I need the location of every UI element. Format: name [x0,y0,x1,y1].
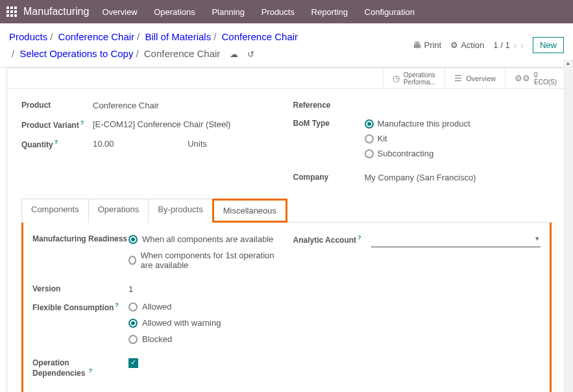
action-button[interactable]: ⚙Action [450,40,484,50]
list-icon: ☰ [454,73,462,83]
scroll-up-icon[interactable]: ▴ [563,60,573,66]
vertical-scrollbar[interactable]: ▴ [563,60,573,392]
tab-by-products[interactable]: By-products [148,199,212,223]
label-quantity: Quantity [21,139,93,149]
stat-operations-performance[interactable]: ◷ OperationsPerforma... [383,68,445,88]
menu-operations[interactable]: Operations [154,7,195,17]
label-operation-dependencies: OperationDependencies [32,358,128,378]
checkbox-operation-dependencies[interactable] [128,358,138,368]
print-icon: 🖶 [413,40,421,50]
new-button[interactable]: New [533,37,564,53]
pager-prev-icon[interactable]: ‹ [514,40,517,51]
tab-miscellaneous[interactable]: Miscellaneous [212,199,287,223]
print-button[interactable]: 🖶Print [413,40,441,50]
cloud-save-icon[interactable]: ☁ [230,49,238,59]
radio-readiness-first-op[interactable] [128,256,136,265]
crumb-bom[interactable]: Bill of Materials [145,31,211,42]
radio-flex-warning[interactable] [128,319,138,328]
menu-reporting[interactable]: Reporting [311,7,348,17]
pager: 1 / 1 ‹ › [493,40,524,51]
label-analytic-account: Analytic Account [293,234,371,245]
radio-kit[interactable] [365,134,374,143]
value-quantity-unit[interactable]: Units [188,139,207,149]
radio-flex-blocked[interactable] [128,335,138,344]
app-brand[interactable]: Manufacturing [23,6,89,18]
label-product-variant: Product Variant [21,119,93,130]
stat-ecos[interactable]: ⚙⚙ 0ECO(S) [505,68,566,88]
value-company[interactable]: My Company (San Francisco) [365,173,552,182]
crumb-current: Conference Chair [144,48,221,59]
menu-products[interactable]: Products [262,7,295,17]
tab-components[interactable]: Components [21,199,89,223]
gears-icon: ⚙⚙ [515,73,530,83]
tab-operations[interactable]: Operations [88,199,149,223]
menu-planning[interactable]: Planning [212,7,245,17]
value-version: 1 [128,284,280,294]
label-company: Company [293,173,365,182]
label-bom-type: BoM Type [293,119,365,128]
stat-overview[interactable]: ☰ Overview [445,68,505,88]
crumb-products[interactable]: Products [9,31,47,42]
crumb-conference-chair-2[interactable]: Conference Chair [222,31,299,42]
clock-icon: ◷ [393,73,400,83]
label-reference: Reference [293,101,365,110]
pager-next-icon[interactable]: › [520,40,524,51]
crumb-conference-chair-1[interactable]: Conference Chair [58,31,135,42]
bom-type-options: Manufacture this product Kit Subcontract… [365,119,552,164]
main-menu: Overview Operations Planning Products Re… [102,7,429,17]
radio-readiness-all[interactable] [128,235,138,244]
pager-value: 1 / 1 [493,40,509,50]
radio-manufacture[interactable] [365,119,374,129]
radio-flex-allowed[interactable] [128,302,138,312]
crumb-select-operations[interactable]: Select Operations to Copy [19,48,133,59]
apps-icon[interactable] [6,6,17,17]
radio-subcontracting[interactable] [365,149,374,158]
gear-icon: ⚙ [450,40,458,50]
discard-icon[interactable]: ↺ [247,49,254,59]
breadcrumb: Products/ Conference Chair/ Bill of Mate… [9,29,298,62]
label-product: Product [21,101,93,110]
value-product-variant[interactable]: [E-COM12] Conference Chair (Steel) [93,119,280,129]
value-product[interactable]: Conference Chair [93,101,280,110]
label-version: Version [32,284,128,293]
menu-configuration[interactable]: Configuration [365,7,415,17]
label-manufacturing-readiness: Manufacturing Readiness [32,234,128,243]
menu-overview[interactable]: Overview [102,7,137,17]
analytic-account-input[interactable] [371,234,541,247]
value-quantity[interactable]: 10.00 [93,139,114,149]
label-flexible-consumption: Flexible Consumption [32,302,128,312]
